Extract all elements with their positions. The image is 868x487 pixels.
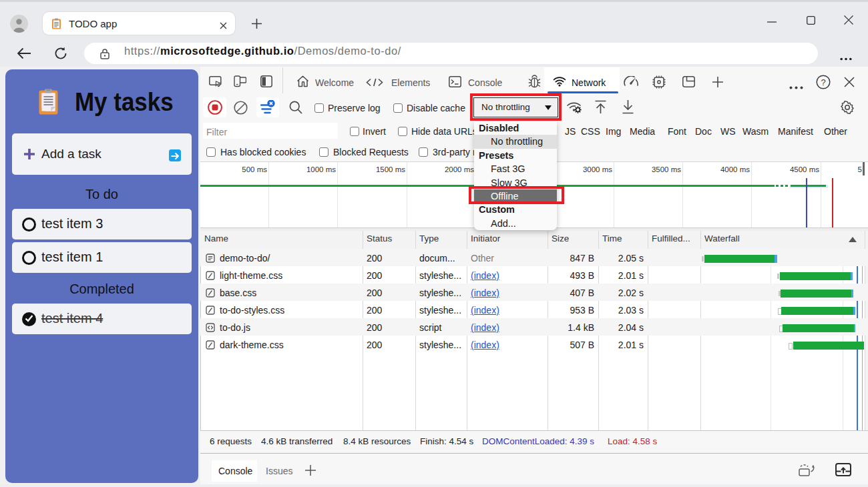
svg-text:?: ? xyxy=(821,77,825,87)
